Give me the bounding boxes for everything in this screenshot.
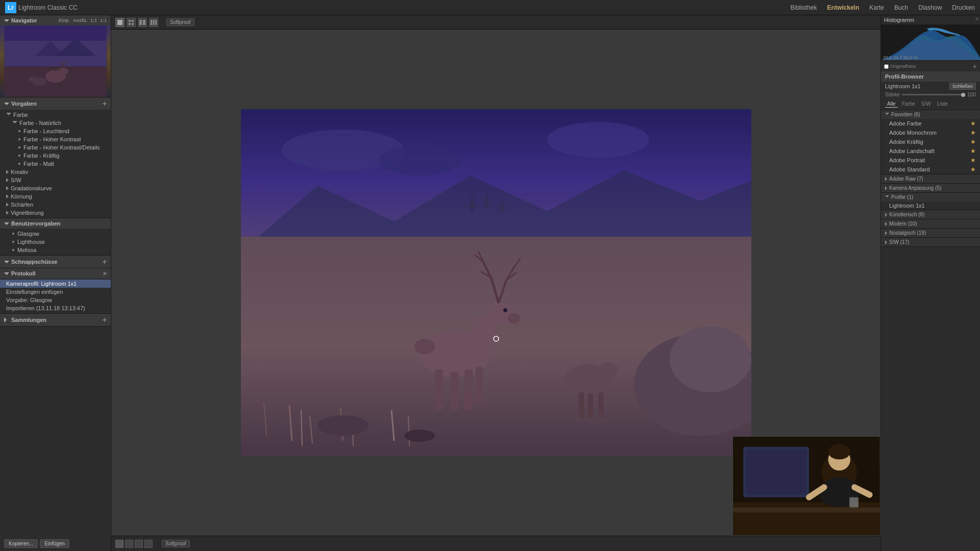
tree-farbe-hoher-kontrast-det[interactable]: Farbe - Hoher Kontrast/Details — [0, 143, 111, 152]
nav-entwickeln[interactable]: Entwickeln — [827, 4, 860, 11]
left-panel: Navigator Einp. Ausfü. 1:1 1:1 — [0, 15, 111, 551]
protokoll-header[interactable]: Protokoll ✕ — [0, 268, 111, 279]
starke-slider[interactable] — [902, 94, 965, 95]
single-view-btn[interactable] — [115, 18, 125, 27]
nav-tab-1x1b[interactable]: 1:1 — [100, 18, 107, 23]
profile-adobe-standard[interactable]: Adobe Standard ★ — [881, 165, 980, 174]
sammlungen-add[interactable]: + — [103, 316, 107, 324]
bottom-view-grid[interactable] — [125, 540, 133, 548]
kamera-anpassung-header[interactable]: Kamera Anpassung (5) — [881, 184, 980, 192]
profile-tab-farbe[interactable]: Farbe — [900, 101, 917, 108]
tree-farbe-natuerlich[interactable]: Farbe - Natürlich — [0, 119, 111, 127]
tree-kreativ[interactable]: Kreativ — [0, 168, 111, 176]
nav-bibliothek[interactable]: Bibliothek — [791, 4, 817, 11]
bottom-softproof[interactable]: Softproof — [162, 540, 190, 547]
tree-sw[interactable]: S/W — [0, 176, 111, 184]
star-adobe-landschaft[interactable]: ★ — [970, 147, 976, 155]
nav-tab-1x1[interactable]: 1:1 — [90, 18, 97, 23]
star-adobe-farbe[interactable]: ★ — [970, 120, 976, 127]
tree-gradationskurve[interactable]: Gradationskurve — [0, 184, 111, 192]
nav-buch[interactable]: Buch — [894, 4, 908, 11]
top-nav: Bibliothek Entwickeln Karte Buch Diashow… — [791, 4, 975, 11]
originalfotos-row: Originalfotos — [881, 63, 980, 70]
tree-farbe-matt[interactable]: Farbe - Matt — [0, 160, 111, 168]
protokoll-item-1[interactable]: Einstellungen einfügen — [0, 288, 111, 296]
svg-rect-19 — [129, 20, 131, 22]
schliessen-btn[interactable]: Schließen — [949, 83, 976, 90]
favoriten-header[interactable]: Favoriten (6) — [881, 110, 980, 119]
star-adobe-monochrom[interactable]: ★ — [970, 129, 976, 136]
starke-row: Stärke 100 — [881, 91, 980, 98]
softproof-badge[interactable]: Softproof — [166, 18, 194, 26]
kopieren-btn[interactable]: Kopieren... — [4, 539, 38, 548]
tree-farbe-kraeftig[interactable]: Farbe - Kräftig — [0, 152, 111, 160]
center-panel: Softproof — [111, 15, 880, 551]
benutzervorgabe-glasgow[interactable]: Glasgow — [0, 230, 111, 238]
schnappschusse-header[interactable]: Schnappschüsse + — [0, 256, 111, 268]
nav-diashow[interactable]: Diashow — [918, 4, 942, 11]
protokoll-section: Protokoll ✕ Kameraprofil: Lightroom 1x1 … — [0, 268, 111, 314]
protokoll-item-3[interactable]: Importieren (13.11.18 13:13:47) — [0, 304, 111, 312]
protokoll-item-2[interactable]: Vorgabe: Glasgow — [0, 296, 111, 304]
kunstlerisch-title: Künstlerisch (8) — [889, 212, 924, 217]
tree-vignettierung[interactable]: Vignettierung — [0, 209, 111, 217]
profile-adobe-farbe[interactable]: Adobe Farbe ★ — [881, 119, 980, 128]
tree-farbe-hoher-kontrast[interactable]: Farbe - Hoher Kontrast — [0, 135, 111, 143]
sammlungen-header[interactable]: Sammlungen + — [0, 314, 111, 326]
svg-rect-20 — [132, 20, 134, 22]
profile-tab-alle[interactable]: Alle — [885, 101, 898, 108]
tree-kornung[interactable]: Körnung — [0, 192, 111, 201]
profile-adobe-monochrom[interactable]: Adobe Monochrom ★ — [881, 128, 980, 137]
adobe-raw-header[interactable]: Adobe Raw (7) — [881, 174, 980, 183]
benutzervorgaben-title: Benutzervorgaben — [11, 220, 61, 227]
profile-adobe-portrait[interactable]: Adobe Portrait ★ — [881, 156, 980, 165]
profile-adobe-landschaft[interactable]: Adobe Landschaft ★ — [881, 146, 980, 156]
einfugen-btn[interactable]: Einfügen — [40, 539, 69, 548]
star-adobe-kraeftig[interactable]: ★ — [970, 138, 976, 145]
star-adobe-portrait[interactable]: ★ — [970, 157, 976, 164]
webcam-bg — [733, 437, 880, 535]
profile-browser-header[interactable]: Profil-Browser — [881, 71, 980, 82]
originalfotos-checkbox[interactable] — [884, 64, 889, 69]
tree-scharfen[interactable]: Schärfen — [0, 201, 111, 209]
tree-farbe-leuchtend[interactable]: Farbe - Leuchtend — [0, 127, 111, 135]
vorgaben-add-btn[interactable]: + — [103, 99, 107, 108]
nav-karte[interactable]: Karte — [869, 4, 884, 11]
starke-thumb[interactable] — [961, 93, 965, 97]
profile-tab-sw[interactable]: S/W — [919, 101, 933, 108]
profile-tab-liste[interactable]: Liste — [935, 101, 950, 108]
starke-label: Stärke — [885, 92, 900, 97]
profile-lightroom-1x1[interactable]: Lightroom 1x1 — [881, 202, 980, 210]
compare-view-btn[interactable] — [138, 18, 147, 27]
profile-adobe-kraeftig[interactable]: Adobe Kräftig ★ — [881, 137, 980, 146]
protokoll-item-0[interactable]: Kameraprofil: Lightroom 1x1 — [0, 280, 111, 288]
nav-tab-einp[interactable]: Einp. — [59, 18, 70, 23]
bottom-view-single[interactable] — [115, 540, 124, 548]
benutzervorgaben-header[interactable]: Benutzervorgaben — [0, 218, 111, 229]
benutzervorgabe-melissa[interactable]: Melissa — [0, 246, 111, 254]
nav-drucken[interactable]: Drucken — [952, 4, 975, 11]
navigator-header[interactable]: Navigator Einp. Ausfü. 1:1 1:1 — [0, 15, 111, 26]
schnappschusse-add[interactable]: + — [103, 258, 107, 266]
star-adobe-standard[interactable]: ★ — [970, 166, 976, 173]
survey-view-btn[interactable] — [149, 18, 158, 27]
bottom-view-extra[interactable] — [135, 540, 143, 548]
kunstlerisch-header[interactable]: Künstlerisch (8) — [881, 210, 980, 219]
tree-farbe[interactable]: Farbe — [0, 111, 111, 119]
profile-1-header[interactable]: Profile (1) — [881, 193, 980, 202]
bottom-view-extra2[interactable] — [144, 540, 153, 548]
grid-view-btn[interactable] — [127, 18, 136, 27]
histogram-section: Histogramm ✕ 39,6 34,7 62,0 % — [881, 15, 980, 61]
svg-rect-76 — [241, 109, 751, 456]
vorgaben-header[interactable]: Vorgaben + — [0, 97, 111, 110]
nav-tab-ausf[interactable]: Ausfü. — [73, 18, 87, 23]
app-logo: Lr Lightroom Classic CC — [5, 2, 78, 13]
svg-rect-17 — [5, 26, 107, 97]
histogram-close[interactable]: ✕ — [975, 16, 979, 22]
benutzervorgabe-lighthouse[interactable]: Lighthouse — [0, 238, 111, 246]
protokoll-clear[interactable]: ✕ — [103, 271, 107, 277]
nostalgisch-header[interactable]: Nostalgisch (19) — [881, 229, 980, 237]
sw-header[interactable]: S/W (17) — [881, 238, 980, 246]
modern-header[interactable]: Modern (10) — [881, 219, 980, 228]
compare-view-icon — [139, 20, 145, 25]
